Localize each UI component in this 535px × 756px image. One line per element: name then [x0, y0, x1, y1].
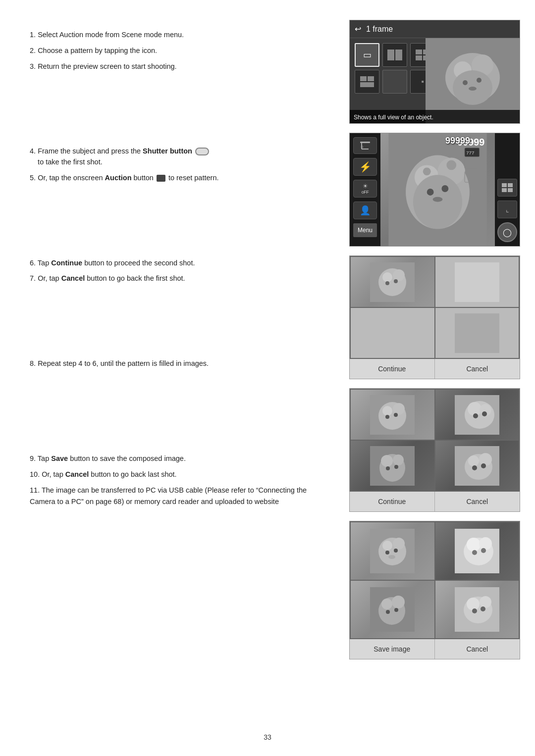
toy-b4-svg	[455, 446, 499, 486]
step-1-text: Select Auction mode from Scene mode menu…	[38, 31, 184, 39]
corner-ctrl[interactable]: ⌞	[497, 201, 517, 218]
person-ctrl[interactable]: 👤	[353, 202, 377, 219]
save-toy-4	[455, 587, 499, 632]
step-5-prefix: Or, tap the onscreen	[38, 174, 105, 182]
svg-point-40	[385, 415, 389, 419]
svg-point-50	[381, 455, 393, 467]
frame-option-4[interactable]	[355, 70, 379, 94]
svg-point-83	[472, 608, 477, 613]
continue-btn-1[interactable]: Continue	[350, 359, 435, 379]
frame-1-icon: ▭	[363, 50, 372, 60]
step-7-suffix: button to go back the first shot.	[85, 274, 185, 282]
save-toy-2	[455, 529, 499, 573]
panel-save-images	[350, 521, 520, 639]
svg-point-20	[423, 167, 431, 175]
svg-point-41	[394, 413, 398, 417]
panel-continue-1-images	[350, 256, 520, 359]
svg-point-57	[479, 453, 492, 466]
svg-point-77	[386, 610, 390, 614]
grid-ctrl[interactable]	[497, 179, 517, 197]
svg-point-17	[427, 189, 434, 196]
flash-ctrl[interactable]: ⚡	[353, 158, 377, 176]
svg-point-47	[482, 411, 487, 416]
save-image-btn[interactable]: Save image	[350, 639, 435, 659]
svg-point-7	[469, 87, 477, 91]
img-cell-4	[435, 308, 519, 358]
off-ctrl[interactable]: ☀ oFF	[353, 180, 377, 198]
instruction-list-4: 8. Repeat step 4 to 6, until the pattern…	[30, 358, 327, 369]
panel-continue-1: Continue Cancel	[349, 255, 520, 379]
svg-point-65	[394, 549, 398, 553]
instruction-list-3: 6. Tap Continue button to proceed the se…	[30, 258, 327, 285]
steps-4-5: 4. Frame the subject and press the Shutt…	[30, 146, 327, 188]
step-10-bold: Cancel	[65, 470, 89, 478]
step-11: 11. The image can be transferred to PC v…	[30, 485, 327, 507]
panel-title: 1 frame	[366, 25, 393, 34]
svg-point-31	[385, 281, 389, 285]
panel-continue-2: Continue Cancel	[349, 388, 520, 512]
continue-btn-2[interactable]: Continue	[350, 492, 435, 511]
step-10: 10. Or, tap Cancel button to go back las…	[30, 469, 327, 480]
frame-option-1[interactable]: ▭	[355, 43, 379, 67]
step-4-bold: Shutter button	[143, 147, 192, 155]
save-img-2	[435, 522, 519, 580]
svg-point-64	[385, 551, 389, 554]
step-5: 5. Or, tap the onscreen Auction button t…	[30, 173, 327, 184]
step-3-text: Return the preview screen to start shoot…	[38, 62, 176, 70]
toy-b2-svg	[455, 395, 499, 435]
cancel-btn-1[interactable]: Cancel	[435, 359, 520, 379]
step-5-suffix: button	[132, 174, 154, 182]
frame-option-5[interactable]	[382, 70, 407, 94]
page-number: 33	[264, 733, 271, 741]
panel-save: Save image Cancel	[349, 521, 520, 659]
svg-point-81	[467, 598, 480, 610]
svg-point-21	[446, 160, 456, 170]
frame-back-icon: ↩	[355, 24, 361, 34]
timer-icon: ⊙	[359, 141, 371, 151]
step-3: 3. Return the preview screen to start sh…	[30, 61, 327, 72]
flash-icon: ⚡	[359, 161, 372, 173]
svg-point-56	[468, 455, 479, 466]
counter-number: 99999	[445, 136, 470, 146]
cancel-btn-2[interactable]: Cancel	[435, 492, 520, 511]
svg-rect-34	[370, 313, 415, 353]
img-cell-3	[351, 308, 434, 358]
svg-point-53	[394, 465, 398, 469]
svg-point-51	[393, 454, 404, 465]
shutter-icon	[195, 148, 209, 155]
img-cell-2	[435, 257, 519, 307]
step-4-prefix: Frame the subject and press the	[38, 147, 143, 155]
svg-point-30	[393, 269, 405, 281]
frame-option-2[interactable]	[382, 43, 407, 67]
step-8-block: 8. Repeat step 4 to 6, until the pattern…	[30, 358, 327, 374]
cancel-save-btn[interactable]: Cancel	[435, 639, 520, 659]
panel-frame-selector: ↩ 1 frame ▭	[349, 20, 520, 124]
svg-point-78	[394, 608, 398, 612]
svg-point-59	[481, 463, 486, 468]
svg-point-69	[467, 538, 481, 552]
instruction-list-2: 4. Frame the subject and press the Shutt…	[30, 146, 327, 183]
img-cell-2-1	[351, 390, 434, 440]
step-6: 6. Tap Continue button to proceed the se…	[30, 258, 327, 269]
panel-save-buttons: Save image Cancel	[350, 639, 520, 659]
img-cell-2-3	[351, 441, 434, 491]
step-11-text: The image can be transferred to PC via U…	[30, 486, 307, 505]
menu-btn[interactable]: Menu	[353, 223, 377, 237]
save-toy-1	[370, 529, 415, 573]
timer-ctrl[interactable]: ⊙	[353, 137, 377, 154]
panel-top-bar: ↩ 1 frame	[350, 20, 520, 38]
toy-img-3-svg	[370, 313, 415, 353]
step-7-bold: Cancel	[61, 274, 85, 282]
step-6-suffix: button to proceed the second shot.	[82, 259, 195, 267]
toy-img-2-svg	[455, 262, 499, 302]
svg-point-5	[463, 80, 468, 85]
panel-continue-2-images	[350, 389, 520, 492]
panel-continue-1-buttons: Continue Cancel	[350, 359, 520, 379]
svg-point-66	[388, 555, 395, 559]
circle-ctrl[interactable]: ◯	[497, 222, 517, 242]
step-4-suffix: to take the first shot.	[36, 158, 103, 166]
svg-point-38	[382, 406, 392, 416]
step-7-prefix: Or, tap	[38, 274, 61, 282]
save-img-4	[435, 581, 519, 638]
instruction-list-1: 1. Select Auction mode from Scene mode m…	[30, 30, 327, 72]
